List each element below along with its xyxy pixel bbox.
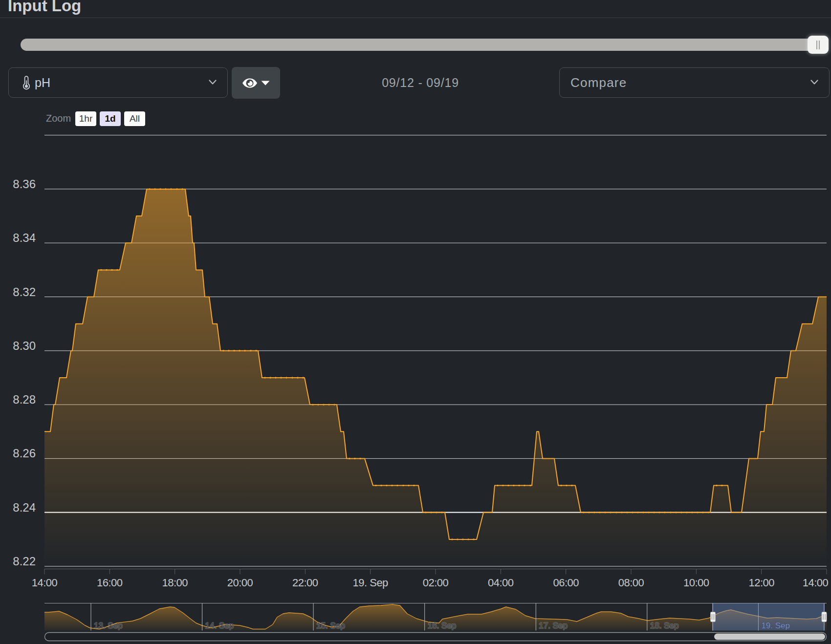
svg-text:02:00: 02:00 bbox=[423, 577, 449, 589]
svg-text:8.22: 8.22 bbox=[13, 555, 36, 568]
svg-text:8.30: 8.30 bbox=[13, 339, 36, 352]
svg-text:16. Sep: 16. Sep bbox=[428, 621, 457, 630]
svg-text:17. Sep: 17. Sep bbox=[539, 621, 568, 630]
svg-text:06:00: 06:00 bbox=[553, 577, 579, 589]
svg-text:19. Sep: 19. Sep bbox=[353, 577, 389, 589]
svg-text:14:00: 14:00 bbox=[32, 577, 58, 589]
svg-text:8.34: 8.34 bbox=[13, 231, 36, 244]
svg-text:20:00: 20:00 bbox=[227, 577, 253, 589]
svg-text:8.36: 8.36 bbox=[13, 177, 36, 191]
svg-text:08:00: 08:00 bbox=[618, 577, 644, 589]
svg-text:8.26: 8.26 bbox=[13, 447, 36, 460]
svg-text:13. Sep: 13. Sep bbox=[94, 621, 123, 630]
svg-text:04:00: 04:00 bbox=[488, 577, 514, 589]
svg-text:16:00: 16:00 bbox=[97, 577, 123, 589]
svg-text:10:00: 10:00 bbox=[683, 577, 709, 589]
svg-text:8.28: 8.28 bbox=[13, 393, 36, 406]
svg-text:22:00: 22:00 bbox=[292, 577, 318, 589]
svg-text:14:00: 14:00 bbox=[803, 577, 829, 589]
svg-text:12:00: 12:00 bbox=[748, 577, 774, 589]
svg-text:18. Sep: 18. Sep bbox=[650, 621, 679, 630]
svg-text:8.24: 8.24 bbox=[13, 501, 36, 514]
svg-text:18:00: 18:00 bbox=[162, 577, 188, 589]
svg-text:8.32: 8.32 bbox=[13, 285, 36, 299]
svg-text:15. Sep: 15. Sep bbox=[316, 621, 345, 630]
svg-text:14. Sep: 14. Sep bbox=[205, 621, 234, 630]
